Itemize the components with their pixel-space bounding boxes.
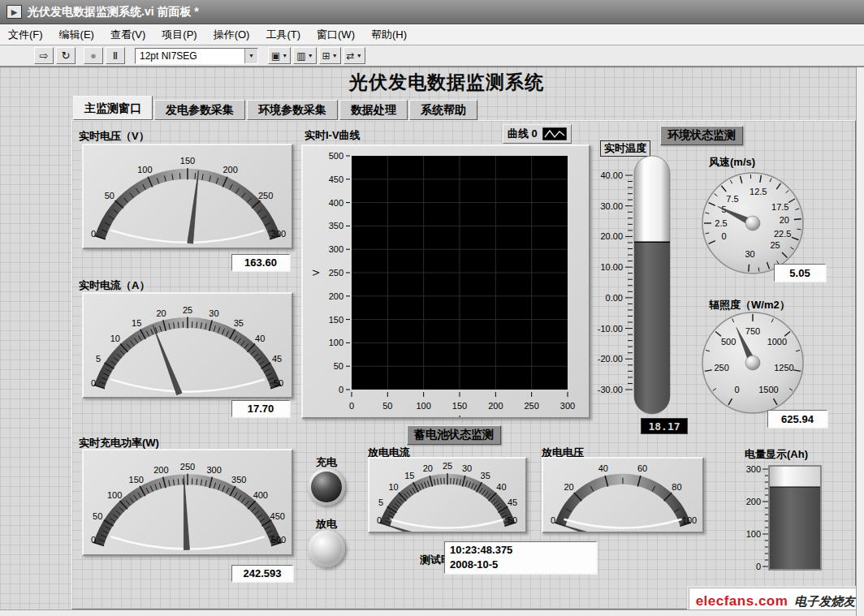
temperature-thermometer: 40.0030.0020.0010.000.00-10.00-20.00-30.… bbox=[592, 151, 681, 420]
align-objects-button[interactable]: ▣ ▼ bbox=[268, 47, 291, 64]
svg-text:15: 15 bbox=[132, 318, 141, 328]
svg-text:0: 0 bbox=[91, 378, 96, 388]
svg-text:7.5: 7.5 bbox=[726, 194, 738, 204]
abort-button[interactable]: ● bbox=[84, 47, 103, 64]
svg-text:35: 35 bbox=[481, 471, 490, 480]
tab-generation-acq[interactable]: 发电参数采集 bbox=[154, 100, 245, 120]
svg-text:300: 300 bbox=[329, 244, 343, 254]
toolbar: ⇨ ↻ ● Ⅱ 12pt NI7SEG ▼ ▣ ▼ ▥ ▼ ⊞ ▼ ⇄ ▼ bbox=[0, 45, 864, 67]
svg-text:50: 50 bbox=[105, 191, 114, 200]
chart-legend[interactable]: 曲线 0 bbox=[503, 124, 572, 144]
svg-text:50: 50 bbox=[382, 401, 392, 411]
reorder-button[interactable]: ⇄ ▼ bbox=[343, 47, 365, 64]
menu-tools[interactable]: 工具(T) bbox=[257, 24, 309, 45]
svg-text:0: 0 bbox=[722, 231, 727, 241]
svg-text:50: 50 bbox=[508, 515, 517, 525]
resize-objects-icon: ⊞ bbox=[322, 50, 330, 62]
svg-text:10: 10 bbox=[110, 334, 120, 343]
discharge-led bbox=[308, 530, 345, 567]
current-meter: 05101520253035404550 bbox=[82, 292, 293, 398]
horizontal-scrollbar[interactable] bbox=[0, 610, 856, 616]
svg-text:50: 50 bbox=[334, 361, 343, 371]
menu-file[interactable]: 文件(F) bbox=[0, 24, 51, 45]
svg-text:40: 40 bbox=[598, 463, 608, 473]
svg-text:250: 250 bbox=[524, 401, 538, 411]
svg-text:150: 150 bbox=[129, 475, 144, 485]
menu-window[interactable]: 窗口(W) bbox=[309, 24, 363, 45]
svg-text:350: 350 bbox=[231, 475, 246, 485]
font-selector-arrow-icon[interactable]: ▼ bbox=[244, 49, 257, 63]
pause-button[interactable]: Ⅱ bbox=[106, 47, 125, 64]
svg-text:0: 0 bbox=[551, 515, 555, 525]
svg-text:20: 20 bbox=[564, 482, 573, 492]
distribute-objects-button[interactable]: ▥ ▼ bbox=[293, 47, 316, 64]
battery-section-header: 蓄电池状态监测 bbox=[407, 425, 501, 445]
svg-text:1500: 1500 bbox=[758, 385, 778, 394]
run-button[interactable]: ⇨ bbox=[34, 47, 54, 64]
svg-text:250: 250 bbox=[180, 462, 195, 472]
iv-curve-chart[interactable]: 0501001502002503000501001502002503003504… bbox=[301, 144, 590, 419]
discharge-led-ball bbox=[311, 533, 342, 564]
tab-main-monitor[interactable]: 主监测窗口 bbox=[73, 96, 153, 120]
test-time-value: 10:23:48.375 bbox=[450, 543, 591, 558]
svg-text:100: 100 bbox=[682, 515, 697, 525]
font-selector-value: 12pt NI7SEG bbox=[136, 50, 244, 62]
svg-text:45: 45 bbox=[272, 354, 282, 364]
resize-objects-button[interactable]: ⊞ ▼ bbox=[319, 47, 341, 64]
svg-text:0: 0 bbox=[349, 401, 354, 411]
svg-text:20.00: 20.00 bbox=[600, 231, 623, 241]
labview-app-icon: ▶ bbox=[6, 5, 22, 19]
svg-text:80: 80 bbox=[672, 482, 681, 492]
run-continuous-button[interactable]: ↻ bbox=[56, 47, 76, 64]
legend-curve-icon bbox=[542, 127, 567, 140]
svg-text:100: 100 bbox=[107, 490, 122, 500]
svg-text:100: 100 bbox=[416, 401, 430, 411]
tab-strip: 主监测窗口 发电参数采集 环境参数采集 数据处理 系统帮助 bbox=[73, 97, 477, 120]
svg-text:100: 100 bbox=[746, 529, 761, 539]
svg-text:200: 200 bbox=[222, 165, 237, 174]
svg-text:45: 45 bbox=[508, 498, 517, 507]
charge-led bbox=[308, 468, 345, 506]
voltage-meter: 050100150200250300 bbox=[82, 144, 293, 249]
svg-text:25: 25 bbox=[443, 461, 452, 471]
svg-text:60: 60 bbox=[637, 463, 647, 473]
title-bar[interactable]: ▶ 光伏发电数据监测系统.vi 前面板 * bbox=[0, 0, 864, 24]
page-title: 光伏发电数据监测系统 bbox=[292, 70, 601, 95]
svg-text:-10.00: -10.00 bbox=[598, 324, 623, 334]
menu-edit[interactable]: 编辑(E) bbox=[51, 24, 102, 45]
svg-text:40: 40 bbox=[255, 334, 265, 343]
tab-data-processing[interactable]: 数据处理 bbox=[339, 100, 408, 120]
svg-text:1000: 1000 bbox=[767, 337, 787, 347]
svg-text:5: 5 bbox=[96, 354, 101, 364]
svg-text:100: 100 bbox=[137, 165, 152, 174]
window-title: 光伏发电数据监测系统.vi 前面板 * bbox=[28, 5, 199, 19]
svg-text:25: 25 bbox=[183, 305, 192, 315]
menu-view[interactable]: 查看(V) bbox=[102, 24, 153, 45]
svg-text:250: 250 bbox=[258, 191, 273, 200]
menu-help[interactable]: 帮助(H) bbox=[363, 24, 415, 45]
svg-text:750: 750 bbox=[745, 326, 760, 336]
font-selector[interactable]: 12pt NI7SEG ▼ bbox=[135, 48, 258, 64]
svg-text:150: 150 bbox=[329, 315, 343, 325]
tab-environment-acq[interactable]: 环境参数采集 bbox=[247, 100, 338, 120]
chart-title: 实时I-V曲线 bbox=[305, 128, 361, 143]
svg-text:200: 200 bbox=[329, 291, 343, 301]
svg-text:450: 450 bbox=[329, 174, 343, 184]
svg-text:10.00: 10.00 bbox=[600, 262, 623, 272]
power-meter: 050100150200250300350400450500 bbox=[82, 449, 293, 556]
labview-front-panel-window: ▶ 光伏发电数据监测系统.vi 前面板 * 文件(F) 编辑(E) 查看(V) … bbox=[0, 0, 864, 616]
elecfans-chinese-text: 电子发烧友 bbox=[794, 594, 855, 610]
svg-text:20: 20 bbox=[156, 308, 166, 318]
svg-text:2.5: 2.5 bbox=[715, 218, 727, 228]
menu-project[interactable]: 项目(P) bbox=[153, 24, 205, 45]
svg-text:500: 500 bbox=[329, 151, 343, 161]
tab-system-help[interactable]: 系统帮助 bbox=[409, 100, 477, 120]
svg-text:200: 200 bbox=[746, 497, 761, 506]
menu-operate[interactable]: 操作(O) bbox=[205, 24, 258, 45]
vertical-scrollbar[interactable] bbox=[856, 67, 864, 616]
svg-text:35: 35 bbox=[234, 318, 244, 328]
svg-text:15: 15 bbox=[404, 471, 414, 480]
test-date-value: 2008-10-5 bbox=[450, 558, 591, 572]
current-readout: 17.70 bbox=[231, 400, 290, 417]
wind-speed-readout: 5.05 bbox=[774, 264, 826, 282]
